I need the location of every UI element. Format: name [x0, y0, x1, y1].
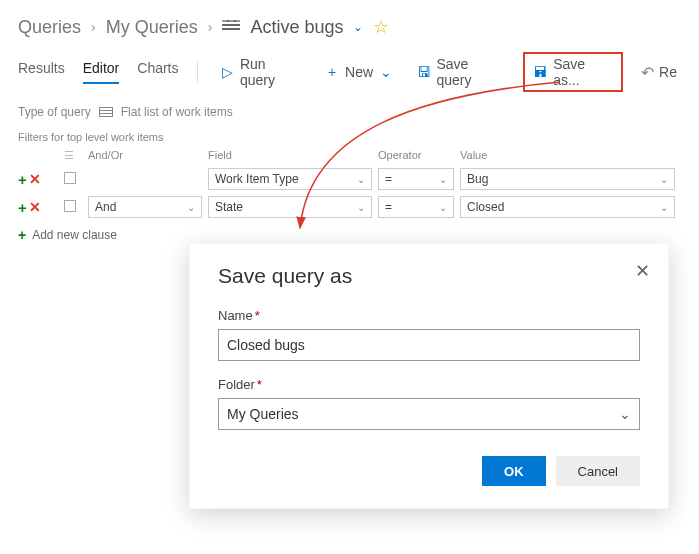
col-andor: And/Or [88, 149, 208, 161]
save-query-as-dialog: ✕ Save query as Name* Closed bugs Folder… [189, 243, 669, 509]
save-query-label: Save query [437, 56, 505, 88]
run-query-button[interactable]: ▷ Run query [215, 54, 306, 90]
chevron-down-icon: ⌄ [660, 174, 668, 185]
field-select[interactable]: State⌄ [208, 196, 372, 218]
add-new-clause-label: Add new clause [32, 228, 117, 242]
operator-select[interactable]: =⌄ [378, 196, 454, 218]
name-value: Closed bugs [227, 337, 305, 353]
row-checkbox[interactable] [64, 172, 76, 184]
chevron-down-icon: ⌄ [357, 202, 365, 213]
name-label: Name* [218, 308, 640, 323]
revert-label: Re [659, 64, 677, 80]
type-of-query-row: Type of query Flat list of work items [0, 93, 699, 125]
toolbar: Results Editor Charts ▷ Run query + New … [0, 46, 699, 93]
chevron-right-icon: › [208, 19, 213, 35]
add-row-icon[interactable]: + [18, 199, 27, 216]
save-as-button[interactable]: 🖬 Save as... [523, 52, 623, 92]
star-icon[interactable]: ☆ [373, 16, 389, 38]
field-select[interactable]: Work Item Type⌄ [208, 168, 372, 190]
chevron-down-icon: ⌄ [439, 174, 447, 185]
breadcrumb-folder[interactable]: My Queries [106, 17, 198, 38]
tab-results[interactable]: Results [18, 60, 65, 84]
filter-row: + ✕ And⌄ State⌄ =⌄ Closed⌄ [18, 193, 681, 221]
run-query-label: Run query [240, 56, 302, 88]
page-title: Active bugs [250, 17, 343, 38]
type-of-query-label: Type of query [18, 105, 91, 119]
chevron-down-icon: ⌄ [619, 406, 631, 422]
checklist-icon: ☰ [64, 149, 74, 161]
chevron-down-icon: ⌄ [660, 202, 668, 213]
value-select[interactable]: Bug⌄ [460, 168, 675, 190]
undo-icon: ↶ [641, 63, 654, 82]
chevron-down-icon: ⌄ [439, 202, 447, 213]
filters-header-row: ☰ And/Or Field Operator Value [18, 145, 681, 165]
save-icon: 🖫 [416, 64, 431, 80]
value-select[interactable]: Closed⌄ [460, 196, 675, 218]
folder-select[interactable]: My Queries ⌄ [218, 398, 640, 430]
tabs: Results Editor Charts [18, 60, 179, 84]
filter-row: + ✕ Work Item Type⌄ =⌄ Bug⌄ [18, 165, 681, 193]
operator-value: = [385, 172, 392, 186]
flat-list-icon [99, 107, 113, 117]
divider [197, 62, 198, 82]
folder-value: My Queries [227, 406, 299, 422]
save-as-label: Save as... [553, 56, 613, 88]
tab-editor[interactable]: Editor [83, 60, 120, 84]
dialog-title: Save query as [218, 264, 640, 288]
plus-icon: + [324, 64, 340, 80]
save-query-button[interactable]: 🖫 Save query [412, 54, 509, 90]
remove-row-icon[interactable]: ✕ [29, 171, 41, 187]
breadcrumb-root[interactable]: Queries [18, 17, 81, 38]
play-icon: ▷ [219, 64, 234, 80]
name-input[interactable]: Closed bugs [218, 329, 640, 361]
value-value: Closed [467, 200, 504, 214]
operator-value: = [385, 200, 392, 214]
plus-icon: + [18, 227, 26, 243]
andor-value: And [95, 200, 116, 214]
filters-heading: Filters for top level work items [0, 125, 699, 145]
revert-button[interactable]: ↶ Re [637, 61, 681, 84]
row-checkbox[interactable] [64, 200, 76, 212]
remove-row-icon[interactable]: ✕ [29, 199, 41, 215]
cancel-button[interactable]: Cancel [556, 456, 640, 486]
col-op: Operator [378, 149, 460, 161]
folder-label: Folder* [218, 377, 640, 392]
breadcrumb: Queries › My Queries › Active bugs ⌄ ☆ [0, 0, 699, 46]
value-value: Bug [467, 172, 488, 186]
chevron-down-icon: ⌄ [187, 202, 195, 213]
chevron-down-icon[interactable]: ⌄ [353, 20, 363, 34]
field-value: Work Item Type [215, 172, 299, 186]
operator-select[interactable]: =⌄ [378, 168, 454, 190]
type-of-query-value: Flat list of work items [121, 105, 233, 119]
new-label: New [345, 64, 373, 80]
ok-button[interactable]: OK [482, 456, 546, 486]
filters-grid: ☰ And/Or Field Operator Value + ✕ Work I… [0, 145, 699, 221]
chevron-down-icon: ⌄ [378, 64, 394, 80]
close-icon[interactable]: ✕ [635, 260, 650, 282]
col-val: Value [460, 149, 681, 161]
tab-charts[interactable]: Charts [137, 60, 178, 84]
new-button[interactable]: + New ⌄ [320, 62, 398, 82]
field-value: State [215, 200, 243, 214]
andor-select[interactable]: And⌄ [88, 196, 202, 218]
col-field: Field [208, 149, 378, 161]
chevron-right-icon: › [91, 19, 96, 35]
chevron-down-icon: ⌄ [357, 174, 365, 185]
list-icon [222, 20, 240, 34]
add-row-icon[interactable]: + [18, 171, 27, 188]
save-as-icon: 🖬 [533, 64, 548, 80]
